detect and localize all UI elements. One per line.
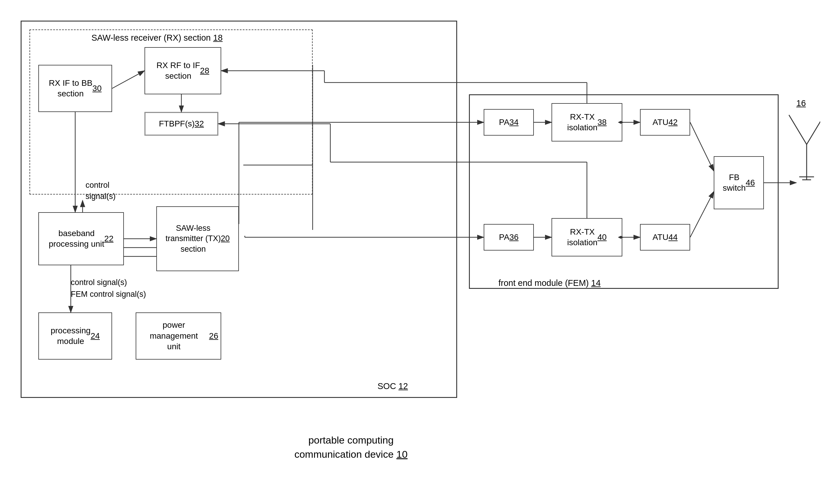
block-power-mgmt: power managementunit 26 (136, 312, 221, 360)
block-baseband: basebandprocessing unit 22 (38, 212, 124, 265)
block-rxtx-38: RX-TXisolation 38 (551, 103, 622, 141)
svg-line-31 (807, 115, 820, 144)
block-rx-if-bb: RX IF to BBsection 30 (38, 65, 112, 112)
label-soc: SOC 12 (378, 380, 408, 392)
block-processing: processingmodule 24 (38, 312, 112, 360)
block-pa34: PA 34 (484, 109, 534, 136)
label-fem-control: FEM control signal(s) (71, 289, 146, 300)
label-device: portable computingcommunication device 1… (248, 433, 454, 461)
label-control1: controlsignal(s) (85, 180, 115, 202)
block-fb-switch: FBswitch 46 (714, 156, 764, 209)
label-fem: front end module (FEM) 14 (498, 277, 601, 289)
block-atu42: ATU 42 (640, 109, 690, 136)
diagram: RX RF to IFsection 28 FTBPF(s) 32 RX IF … (12, 12, 820, 492)
block-rx-rf-if: RX RF to IFsection 28 (145, 47, 221, 94)
block-rxtx-40: RX-TXisolation 40 (551, 218, 622, 256)
label-saw-rx: SAW-less receiver (RX) section 18 (92, 32, 223, 44)
block-atu44: ATU 44 (640, 224, 690, 251)
block-ftbpf: FTBPF(s) 32 (145, 112, 218, 136)
svg-line-30 (789, 115, 807, 144)
block-pa36: PA 36 (484, 224, 534, 251)
label-antenna-num: 16 (796, 97, 806, 109)
block-saw-tx: SAW-lesstransmitter (TX)section 20 (156, 206, 239, 271)
label-control2: control signal(s) (71, 277, 127, 288)
